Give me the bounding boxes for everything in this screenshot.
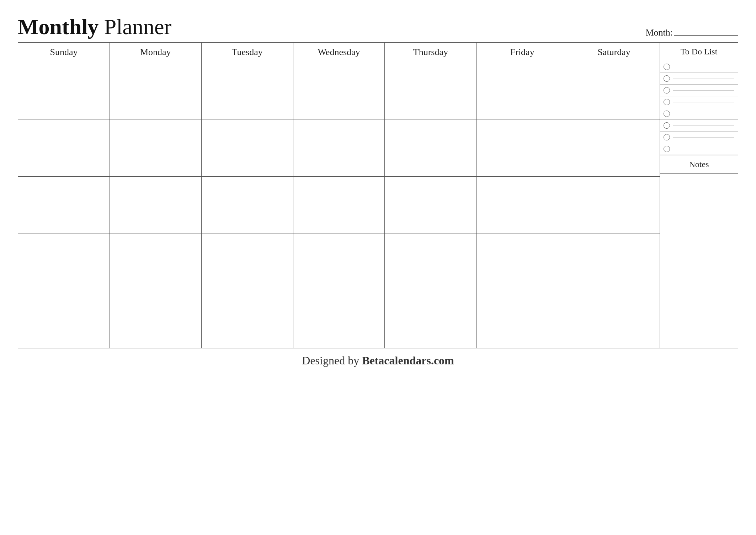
calendar-cell[interactable] bbox=[385, 234, 477, 291]
day-header-tuesday: Tuesday bbox=[202, 43, 293, 62]
calendar-row bbox=[18, 119, 660, 177]
title-regular: Planner bbox=[99, 15, 171, 39]
calendar-cell[interactable] bbox=[293, 119, 385, 176]
calendar-row bbox=[18, 177, 660, 234]
todo-item[interactable] bbox=[660, 73, 738, 85]
todo-item[interactable] bbox=[660, 132, 738, 143]
calendar-cell[interactable] bbox=[293, 234, 385, 291]
footer-text-regular: Designed by bbox=[302, 354, 362, 367]
month-text: Month: bbox=[645, 27, 673, 38]
todo-checkbox[interactable] bbox=[664, 146, 670, 152]
footer-text-bold: Betacalendars.com bbox=[362, 354, 454, 367]
day-header-monday: Monday bbox=[110, 43, 202, 62]
calendar-cell[interactable] bbox=[202, 234, 293, 291]
calendar-cell[interactable] bbox=[568, 119, 660, 176]
calendar-cell[interactable] bbox=[110, 177, 202, 234]
calendar-cell[interactable] bbox=[477, 62, 568, 119]
calendar-cell[interactable] bbox=[18, 62, 110, 119]
todo-checkbox[interactable] bbox=[664, 64, 670, 70]
calendar-cell[interactable] bbox=[110, 234, 202, 291]
calendar-main: Sunday Monday Tuesday Wednesday Thursday… bbox=[18, 43, 660, 348]
calendar-cell[interactable] bbox=[293, 177, 385, 234]
calendar-cell[interactable] bbox=[385, 62, 477, 119]
month-label: Month: bbox=[645, 27, 738, 39]
calendar-cell[interactable] bbox=[293, 62, 385, 119]
todo-checkbox[interactable] bbox=[664, 134, 670, 140]
calendar-cell[interactable] bbox=[477, 291, 568, 348]
calendar-cell[interactable] bbox=[202, 291, 293, 348]
todo-checkbox[interactable] bbox=[664, 87, 670, 93]
todo-line bbox=[673, 114, 734, 114]
todo-items bbox=[660, 61, 738, 155]
header: Monthly Planner Month: bbox=[18, 14, 738, 39]
day-headers: Sunday Monday Tuesday Wednesday Thursday… bbox=[18, 43, 660, 62]
calendar-cell[interactable] bbox=[202, 119, 293, 176]
day-header-friday: Friday bbox=[477, 43, 568, 62]
title-bold: Monthly bbox=[18, 15, 99, 39]
calendar-row bbox=[18, 62, 660, 119]
todo-item[interactable] bbox=[660, 120, 738, 132]
calendar-cell[interactable] bbox=[477, 234, 568, 291]
calendar-rows bbox=[18, 62, 660, 348]
todo-checkbox[interactable] bbox=[664, 75, 670, 82]
notes-section: Notes bbox=[660, 155, 738, 348]
calendar-cell[interactable] bbox=[385, 119, 477, 176]
calendar-cell[interactable] bbox=[385, 291, 477, 348]
calendar-cell[interactable] bbox=[18, 177, 110, 234]
todo-item[interactable] bbox=[660, 108, 738, 120]
day-header-thursday: Thursday bbox=[385, 43, 477, 62]
calendar-cell[interactable] bbox=[18, 234, 110, 291]
todo-line bbox=[673, 102, 734, 102]
todo-line bbox=[673, 79, 734, 79]
calendar: Sunday Monday Tuesday Wednesday Thursday… bbox=[18, 42, 738, 348]
day-header-sunday: Sunday bbox=[18, 43, 110, 62]
month-underline bbox=[674, 35, 738, 36]
calendar-cell[interactable] bbox=[568, 234, 660, 291]
todo-item[interactable] bbox=[660, 96, 738, 108]
calendar-cell[interactable] bbox=[568, 177, 660, 234]
todo-line bbox=[673, 149, 734, 149]
todo-line bbox=[673, 67, 734, 67]
calendar-cell[interactable] bbox=[568, 62, 660, 119]
calendar-cell[interactable] bbox=[18, 119, 110, 176]
todo-item[interactable] bbox=[660, 143, 738, 155]
todo-checkbox[interactable] bbox=[664, 111, 670, 117]
day-header-saturday: Saturday bbox=[568, 43, 660, 62]
footer: Designed by Betacalendars.com bbox=[18, 354, 738, 371]
todo-checkbox[interactable] bbox=[664, 122, 670, 129]
calendar-cell[interactable] bbox=[18, 291, 110, 348]
calendar-cell[interactable] bbox=[385, 177, 477, 234]
todo-line bbox=[673, 125, 734, 126]
calendar-row bbox=[18, 291, 660, 348]
calendar-row bbox=[18, 234, 660, 291]
page-title: Monthly Planner bbox=[18, 14, 171, 39]
sidebar: To Do List bbox=[660, 43, 738, 348]
day-header-wednesday: Wednesday bbox=[293, 43, 385, 62]
todo-line bbox=[673, 90, 734, 91]
calendar-cell[interactable] bbox=[110, 291, 202, 348]
todo-checkbox[interactable] bbox=[664, 99, 670, 105]
todo-item[interactable] bbox=[660, 85, 738, 96]
calendar-cell[interactable] bbox=[202, 62, 293, 119]
todo-line bbox=[673, 137, 734, 138]
todo-item[interactable] bbox=[660, 61, 738, 73]
calendar-cell[interactable] bbox=[110, 62, 202, 119]
todo-header: To Do List bbox=[660, 43, 738, 61]
calendar-cell[interactable] bbox=[477, 119, 568, 176]
calendar-cell[interactable] bbox=[477, 177, 568, 234]
calendar-cell[interactable] bbox=[110, 119, 202, 176]
notes-header: Notes bbox=[660, 155, 738, 174]
calendar-cell[interactable] bbox=[202, 177, 293, 234]
calendar-cell[interactable] bbox=[293, 291, 385, 348]
notes-content[interactable] bbox=[660, 174, 738, 348]
calendar-cell[interactable] bbox=[568, 291, 660, 348]
